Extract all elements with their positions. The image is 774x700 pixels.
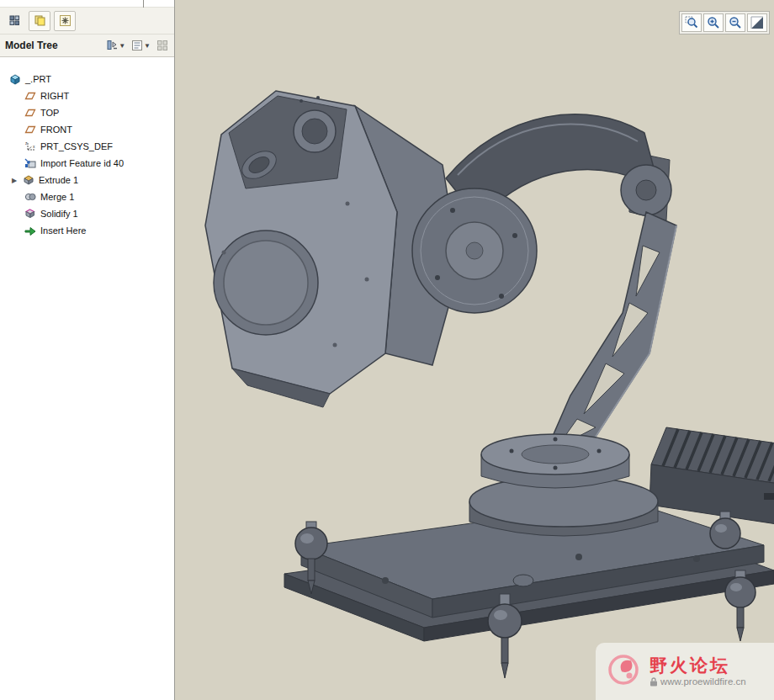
panel-title-strip (0, 0, 174, 8)
tree-item-import-feature[interactable]: Import Feature id 40 (0, 155, 174, 172)
watermark-text: 野火论坛 www.proewildfire.cn (649, 656, 746, 687)
tree-item-insert-here[interactable]: Insert Here (0, 222, 174, 239)
solidify-icon (24, 208, 37, 220)
tree-toolbar (0, 8, 174, 34)
chevron-down-icon: ▼ (144, 42, 151, 50)
tree-item-extrude[interactable]: ▶ Extrude 1 (0, 172, 174, 188)
svg-text:x: x (33, 144, 35, 149)
tree-item-label: FRONT (40, 125, 72, 135)
expand-arrow-icon[interactable]: ▶ (12, 177, 20, 184)
refit-view-icon[interactable] (747, 13, 767, 32)
tree-title: Model Tree (5, 40, 58, 51)
cad-window: Model Tree ▼ ▼ _.PRT (0, 0, 774, 700)
view-toolbar (679, 11, 770, 34)
tree-item-csys[interactable]: zx PRT_CSYS_DEF (0, 138, 174, 155)
tree-settings-icon (106, 40, 118, 51)
graphics-viewport[interactable]: 野火论坛 www.proewildfire.cn (175, 0, 774, 700)
zoom-window-icon[interactable] (681, 13, 702, 32)
tree-item-part[interactable]: _.PRT (0, 71, 174, 88)
tree-settings-button[interactable]: ▼ (105, 39, 126, 52)
new-object-icon[interactable] (54, 11, 76, 31)
support-arm[interactable] (542, 212, 676, 461)
watermark-title: 野火论坛 (649, 656, 746, 674)
zoom-out-icon[interactable] (725, 13, 745, 32)
tree-item-front[interactable]: FRONT (0, 121, 174, 138)
tree-item-label: RIGHT (40, 91, 69, 101)
tree-item-right[interactable]: RIGHT (0, 88, 174, 104)
rotary-pedestal[interactable] (469, 434, 658, 536)
zoom-in-icon[interactable] (703, 13, 724, 32)
tree-item-label: _.PRT (25, 74, 51, 84)
tree-item-label: PRT_CSYS_DEF (40, 141, 113, 151)
copy-icon[interactable] (29, 11, 50, 31)
datum-plane-icon (24, 124, 37, 135)
extrude-icon (22, 174, 35, 186)
layout-grid-icon[interactable] (3, 11, 25, 31)
part-icon (8, 73, 22, 85)
tab-divider (143, 0, 144, 8)
tree-grid-button[interactable] (156, 39, 169, 52)
tree-columns-icon (131, 40, 143, 51)
tree-item-merge[interactable]: Merge 1 (0, 188, 174, 205)
tree-item-label: Extrude 1 (39, 175, 78, 185)
tree-item-label: Solidify 1 (40, 209, 78, 219)
tree-header: Model Tree ▼ ▼ (0, 34, 174, 57)
tree-item-solidify[interactable]: Solidify 1 (0, 205, 174, 222)
tree-item-top[interactable]: TOP (0, 104, 174, 121)
model-3d[interactable] (175, 0, 774, 700)
tree-columns-button[interactable]: ▼ (130, 39, 151, 52)
lock-icon (649, 677, 658, 687)
model-tree-panel: Model Tree ▼ ▼ _.PRT (0, 0, 175, 700)
watermark: 野火论坛 www.proewildfire.cn (596, 643, 774, 700)
tree-item-label: Insert Here (40, 225, 86, 236)
tree-item-label: Merge 1 (40, 192, 74, 202)
csys-icon: zx (24, 141, 37, 152)
datum-plane-icon (24, 90, 37, 102)
datum-plane-icon (24, 107, 37, 119)
import-feature-icon (24, 157, 37, 169)
tree-grid-icon (156, 40, 168, 51)
model-tree: _.PRT RIGHT TOP FRONT (0, 57, 174, 700)
insert-here-icon (24, 225, 37, 236)
merge-icon (24, 191, 37, 203)
pitch-motor[interactable] (412, 188, 537, 313)
tree-item-label: TOP (40, 108, 59, 118)
watermark-logo-icon (604, 650, 643, 692)
chevron-down-icon: ▼ (119, 42, 125, 50)
tree-item-label: Import Feature id 40 (40, 158, 124, 168)
watermark-url: www.proewildfire.cn (649, 676, 746, 687)
